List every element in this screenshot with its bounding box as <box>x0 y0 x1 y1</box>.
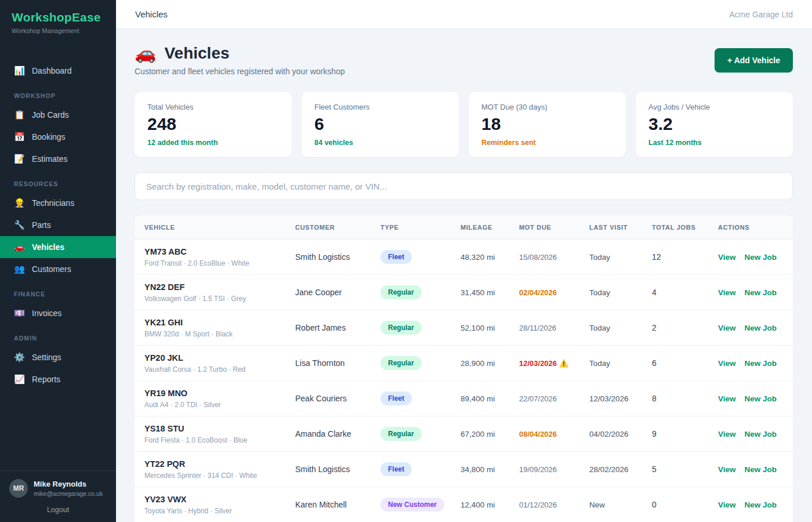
type-cell: Regular <box>371 275 451 310</box>
sidebar-item-technicians[interactable]: 👷Technicians <box>0 192 116 214</box>
search-input[interactable] <box>135 172 793 200</box>
actions-cell: ViewNew Job <box>708 240 793 275</box>
stat-sub: 84 vehicles <box>314 139 446 147</box>
total-jobs-cell: 6 <box>642 346 708 381</box>
actions-cell: ViewNew Job <box>708 310 793 346</box>
new-job-link[interactable]: New Job <box>745 465 777 474</box>
customer-cell: Smith Logistics <box>285 240 371 275</box>
new-job-link[interactable]: New Job <box>745 253 777 262</box>
sidebar-item-label: Bookings <box>32 132 66 142</box>
view-link[interactable]: View <box>718 430 736 438</box>
sidebar-item-label: Invoices <box>32 309 61 318</box>
sidebar-item-estimates[interactable]: 📝Estimates <box>0 148 116 170</box>
type-badge: Regular <box>380 285 422 299</box>
sidebar-item-parts[interactable]: 🔧Parts <box>0 214 116 236</box>
sidebar-item-reports[interactable]: 📈Reports <box>0 368 116 390</box>
view-link[interactable]: View <box>718 501 736 509</box>
mot-due-cell: 15/08/2026 <box>509 240 579 275</box>
last-visit-cell: Today <box>579 310 642 346</box>
sidebar-item-vehicles[interactable]: 🚗Vehicles <box>0 236 116 258</box>
type-cell: Fleet <box>371 452 451 487</box>
add-vehicle-button[interactable]: + Add Vehicle <box>715 48 793 72</box>
vehicle-reg: YN22 DEF <box>144 282 276 292</box>
vehicle-cell: YM73 ABCFord Transit · 2.0 EcoBlue · Whi… <box>135 240 285 275</box>
vehicle-details: Audi A4 · 2.0 TDI · Silver <box>144 401 276 409</box>
vehicle-reg: YM73 ABC <box>144 247 276 256</box>
parts-icon: 🔧 <box>14 220 25 230</box>
mot-due-cell: 08/04/2026 <box>509 416 579 452</box>
user-email: mike@acmegarage.co.uk <box>34 490 103 497</box>
mot-due-date: 12/03/2026 <box>519 359 557 368</box>
new-job-link[interactable]: New Job <box>745 430 777 438</box>
sidebar-item-settings[interactable]: ⚙️Settings <box>0 346 116 368</box>
breadcrumb: Vehicles <box>135 9 168 19</box>
vehicle-details: Volkswagen Golf · 1.5 TSI · Grey <box>144 295 276 303</box>
stat-card: MOT Due (30 days)18Reminders sent <box>469 92 626 157</box>
job-cards-icon: 📋 <box>14 110 25 120</box>
type-cell: Regular <box>371 310 451 346</box>
sidebar-item-label: Technicians <box>32 198 74 208</box>
mileage-cell: 34,800 mi <box>451 452 509 487</box>
actions-cell: ViewNew Job <box>708 452 793 487</box>
vehicle-cell: YP20 JKLVauxhall Corsa · 1.2 Turbo · Red <box>135 346 285 381</box>
stat-card: Fleet Customers684 vehicles <box>302 92 459 157</box>
app-title: WorkshopEase <box>12 10 104 24</box>
user-row: MR Mike Reynolds mike@acmegarage.co.uk <box>0 471 116 501</box>
customer-cell: Smith Logistics <box>285 452 371 487</box>
stat-card: Total Vehicles24812 added this month <box>135 92 292 157</box>
avatar: MR <box>9 479 28 498</box>
mileage-cell: 89,400 mi <box>451 381 509 416</box>
view-link[interactable]: View <box>718 253 736 262</box>
total-jobs-cell: 9 <box>642 416 708 452</box>
vehicle-reg: YS18 STU <box>144 424 276 433</box>
mot-due-cell: 02/04/2026 <box>509 275 579 310</box>
view-link[interactable]: View <box>718 359 736 368</box>
topbar: Vehicles Acme Garage Ltd <box>116 0 812 29</box>
sidebar-item-job-cards[interactable]: 📋Job Cards <box>0 104 116 126</box>
vehicle-reg: YK21 GHI <box>144 318 276 327</box>
view-link[interactable]: View <box>718 288 736 297</box>
invoices-icon: 💷 <box>14 308 25 318</box>
type-badge: Fleet <box>380 462 412 476</box>
new-job-link[interactable]: New Job <box>745 324 777 332</box>
new-job-link[interactable]: New Job <box>745 288 777 297</box>
sidebar-item-label: Job Cards <box>32 110 69 119</box>
view-link[interactable]: View <box>718 465 736 474</box>
reports-icon: 📈 <box>14 374 25 385</box>
sidebar-item-dashboard[interactable]: 📊Dashboard <box>0 60 116 82</box>
sidebar-item-bookings[interactable]: 📅Bookings <box>0 126 116 148</box>
table-row: YR19 MNOAudi A4 · 2.0 TDI · SilverPeak C… <box>135 381 793 416</box>
stat-card: Avg Jobs / Vehicle3.2Last 12 months <box>636 92 793 157</box>
new-job-link[interactable]: New Job <box>745 501 777 509</box>
mot-due-date: 15/08/2026 <box>519 253 557 262</box>
mileage-cell: 28,900 mi <box>451 346 509 381</box>
mot-due-date: 19/09/2026 <box>519 465 557 474</box>
vehicle-cell: YT22 PQRMercedes Sprinter · 314 CDI · Wh… <box>135 452 285 487</box>
column-header: TYPE <box>371 215 451 240</box>
sidebar-item-invoices[interactable]: 💷Invoices <box>0 302 116 324</box>
vehicles-table-card: VEHICLECUSTOMERTYPEMILEAGEMOT DUELAST VI… <box>135 215 793 522</box>
new-job-link[interactable]: New Job <box>745 359 777 368</box>
customer-cell: Peak Couriers <box>285 381 371 416</box>
view-link[interactable]: View <box>718 324 736 332</box>
new-job-link[interactable]: New Job <box>745 394 777 403</box>
vehicles-icon: 🚗 <box>14 242 25 252</box>
logout-button[interactable]: Logout <box>0 501 116 522</box>
type-badge: Fleet <box>380 250 412 264</box>
mileage-cell: 12,400 mi <box>451 487 509 522</box>
type-cell: Regular <box>371 346 451 381</box>
type-badge: Regular <box>380 427 422 441</box>
actions-cell: ViewNew Job <box>708 275 793 310</box>
nav-section-heading: RESOURCES <box>0 170 116 192</box>
stat-sub: Reminders sent <box>481 139 613 147</box>
search-bar <box>135 172 793 200</box>
vehicle-cell: YK21 GHIBMW 320d · M Sport · Black <box>135 310 285 346</box>
type-cell: Fleet <box>371 381 451 416</box>
sidebar-item-label: Vehicles <box>32 242 64 252</box>
view-link[interactable]: View <box>718 394 736 403</box>
sidebar-item-customers[interactable]: 👥Customers <box>0 258 116 280</box>
total-jobs-cell: 5 <box>642 452 708 487</box>
vehicle-reg: YV23 VWX <box>144 495 276 504</box>
customer-cell: Amanda Clarke <box>285 416 371 452</box>
vehicle-cell: YS18 STUFord Fiesta · 1.0 EcoBoost · Blu… <box>135 416 285 452</box>
